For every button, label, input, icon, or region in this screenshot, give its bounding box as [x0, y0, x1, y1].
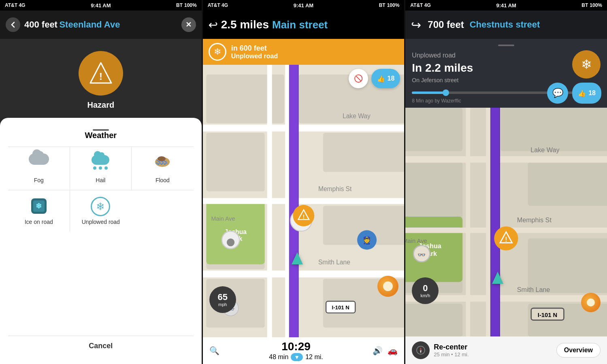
svg-rect-45: [528, 162, 607, 206]
hazard-section: ! Hazard: [0, 39, 202, 118]
report-button-2[interactable]: 🚫: [349, 69, 368, 88]
weather-fog-label: Fog: [34, 177, 44, 183]
nav-footer-3: Re-center 25 min • 12 mi. Overview: [405, 336, 607, 364]
svg-text:!: !: [99, 71, 102, 82]
search-icon-footer[interactable]: 🔍: [209, 346, 219, 355]
recenter-info: Re-center 25 min • 12 mi.: [434, 343, 469, 358]
alert-snowflake-icon: ❄: [209, 43, 226, 61]
svg-rect-43: [501, 108, 607, 151]
weather-ice-label: Ice on road: [25, 219, 53, 225]
overview-button-3[interactable]: Overview: [556, 343, 601, 358]
alert-bar-2: ❄ in 600 feet Unplowed road: [203, 39, 405, 65]
hail-icon: [89, 153, 112, 174]
detail-slider-thumb: [443, 89, 449, 96]
speed-value-2: 65: [217, 293, 227, 302]
nav-street-1: Steenland Ave: [59, 19, 120, 30]
nav-header-1: 400 feet Steenland Ave ✕: [0, 11, 202, 39]
nav-footer-2: 🔍 10:29 48 min ▼ 12 mi. 🔊 🚗: [203, 337, 405, 364]
svg-point-28: [227, 238, 234, 246]
detail-area-3: Unplowed road In 2.2 miles On Jeferson s…: [405, 46, 607, 108]
detail-snowflake-icon: ❄: [581, 57, 592, 72]
weather-grid: Fog Hail: [8, 147, 194, 232]
time-2: 9:41 AM: [294, 2, 313, 9]
weather-item-hail[interactable]: Hail: [70, 147, 132, 190]
hazard-icon: !: [79, 51, 123, 96]
location-dot-2[interactable]: [377, 276, 398, 297]
status-bar-1: AT&T 4G 9:41 AM BT 100%: [0, 0, 202, 11]
svg-text:!: !: [505, 236, 507, 243]
carrier-2: AT&T 4G: [208, 2, 228, 8]
svg-text:Lake Way: Lake Way: [343, 113, 371, 119]
unplowed-icon: ❄: [91, 197, 111, 215]
hazard-label: Hazard: [87, 100, 114, 110]
footer-icons-left: 🔍: [209, 346, 219, 355]
weather-item-unplowed[interactable]: ❄ Unplowed road: [70, 190, 132, 232]
detail-snowflake-circle: ❄: [572, 50, 601, 79]
recenter-label: Re-center: [434, 343, 469, 351]
weather-item-flood[interactable]: Flood: [132, 147, 194, 190]
alert-distance: in 600 feet: [231, 44, 278, 53]
turn-arrow-3: ↪: [411, 18, 421, 32]
recenter-sub: 25 min • 12 mi.: [434, 351, 469, 358]
panel-map-navigation: AT&T 4G 9:41 AM BT 100% ↪ 2.5 miles Main…: [203, 0, 405, 364]
svg-text:Smith Lane: Smith Lane: [318, 259, 350, 266]
like-count-3: 18: [588, 89, 596, 97]
detail-road-type: Unplowed road: [412, 52, 601, 59]
like-count-button-2[interactable]: 👍 18: [371, 69, 400, 88]
battery-2: BT 100%: [379, 2, 400, 8]
carrier-3: AT&T 4G: [410, 2, 430, 8]
ice-icon: ❄: [29, 197, 49, 215]
svg-rect-42: [405, 108, 462, 151]
svg-text:Memphis St: Memphis St: [517, 216, 552, 224]
compass-button-3[interactable]: [412, 341, 430, 359]
speed-badge-3: 0 km/h: [412, 277, 439, 304]
footer-icons-right: 🔊 🚗: [373, 346, 398, 355]
svg-marker-74: [420, 347, 422, 350]
svg-marker-75: [420, 350, 422, 353]
detail-slider-fill: [412, 92, 446, 94]
alert-name: Unplowed road: [231, 53, 278, 60]
footer-distance-2: 12 mi.: [305, 353, 323, 361]
svg-text:I-101 N: I-101 N: [538, 312, 557, 318]
location-dot-3[interactable]: [581, 293, 601, 312]
weather-panel: Weather Fog: [0, 118, 202, 364]
map-area-2: Joshua Park Lake Way Memphis St Main Ave…: [203, 65, 405, 337]
status-bar-2: AT&T 4G 9:41 AM BT 100%: [203, 0, 405, 11]
volume-icon-footer[interactable]: 🔊: [373, 346, 383, 355]
svg-text:Smith Lane: Smith Lane: [517, 286, 550, 293]
pull-handle-wrap: [405, 39, 607, 46]
time-3: 9:41 AM: [496, 2, 516, 9]
nav-distance-2: 2.5 miles: [221, 18, 269, 31]
player-arrow-3: [492, 272, 503, 284]
back-button-1[interactable]: [6, 17, 20, 32]
footer-duration-2: 48 min: [269, 353, 288, 361]
like-count-button-3[interactable]: 👍 18: [572, 83, 601, 104]
svg-text:!: !: [302, 213, 305, 220]
svg-text:I-101 N: I-101 N: [332, 304, 349, 311]
footer-info-2: 48 min ▼ 12 mi.: [269, 353, 323, 361]
footer-center-2: 10:29 48 min ▼ 12 mi.: [269, 340, 323, 361]
weather-item-fog[interactable]: Fog: [8, 147, 70, 190]
nav-header-3: ↪ 700 feet Chestnuts street: [405, 11, 607, 39]
cancel-button[interactable]: Cancel: [8, 336, 194, 356]
weather-item-ice[interactable]: ❄ Ice on road: [8, 190, 70, 232]
time-1: 9:41 AM: [91, 2, 111, 9]
chat-button-3[interactable]: 💬: [547, 83, 568, 104]
weather-title: Weather: [8, 131, 194, 140]
svg-rect-7: [206, 133, 264, 191]
close-button-1[interactable]: ✕: [181, 17, 196, 32]
nav-distance-3: 700 feet: [428, 19, 464, 30]
nav-street-3: Chestnuts street: [470, 19, 540, 30]
fog-icon: [28, 153, 50, 174]
speed-value-3: 0: [423, 284, 428, 293]
svg-text:Memphis St: Memphis St: [318, 185, 352, 192]
car-icon-footer[interactable]: 🚗: [388, 346, 398, 355]
svg-rect-48: [405, 304, 462, 336]
panel-detail-map: AT&T 4G 9:41 AM BT 100% ↪ 700 feet Chest…: [405, 0, 607, 364]
turn-arrow-2: ↪: [209, 18, 218, 32]
nav-header-2: ↪ 2.5 miles Main street: [203, 11, 405, 39]
speed-unit-2: mph: [218, 302, 227, 307]
svg-text:Lake Way: Lake Way: [531, 146, 560, 153]
player-arrow-2: [292, 252, 303, 264]
svg-rect-47: [528, 238, 607, 293]
